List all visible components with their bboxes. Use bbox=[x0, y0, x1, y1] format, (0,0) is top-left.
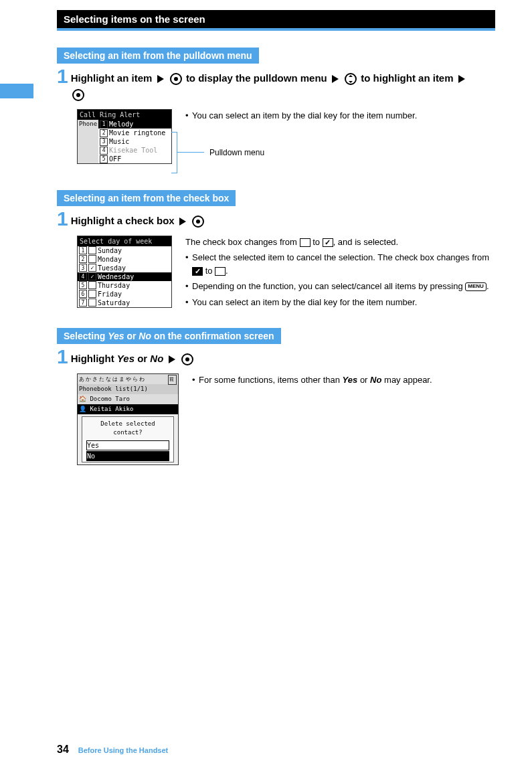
checkbox-screenshot: Select day of week 1Sunday 2Monday 3Tues… bbox=[77, 236, 172, 308]
step3-instruction: Highlight Yes or No bbox=[71, 351, 495, 367]
center-button-icon bbox=[192, 216, 204, 228]
sec3-bullet: For some functions, items other than Yes… bbox=[192, 373, 495, 387]
arrow-icon bbox=[169, 355, 175, 363]
page-footer: 34 Before Using the Handset bbox=[57, 744, 168, 756]
nav-button-icon bbox=[345, 73, 357, 85]
confirm-screenshot: あかさたなはまやらわ前 Phonebook list(1/1) 🏠 Docomo… bbox=[77, 373, 179, 465]
step-number: 1 bbox=[57, 347, 68, 367]
sec2-bullet: Select the selected item to cancel the s… bbox=[185, 251, 495, 277]
sec2-text: The check box changes from to , and is s… bbox=[185, 236, 495, 249]
section3-head: Selecting Yes or No on the confirmation … bbox=[57, 328, 281, 344]
center-button-icon bbox=[170, 73, 182, 85]
arrow-icon bbox=[332, 75, 339, 83]
section2-head: Selecting an item from the check box bbox=[57, 190, 236, 206]
arrow-icon bbox=[157, 75, 164, 83]
sec2-bullet: Depending on the function, you can selec… bbox=[185, 280, 495, 293]
step1-instruction: Highlight an item to display the pulldow… bbox=[71, 70, 495, 102]
step2-instruction: Highlight a check box bbox=[71, 213, 495, 229]
pulldown-screenshot: Call Ring Alert Phone 1Melody 2Movie rin… bbox=[77, 109, 172, 164]
center-button-icon bbox=[181, 353, 193, 365]
menu-key-icon: MENU bbox=[465, 282, 486, 291]
center-button-icon bbox=[72, 89, 84, 101]
step-number: 1 bbox=[57, 209, 68, 229]
arrow-icon bbox=[179, 218, 186, 226]
chapter-name: Before Using the Handset bbox=[78, 746, 168, 754]
page-number: 34 bbox=[57, 744, 69, 756]
step-number: 1 bbox=[57, 66, 68, 86]
side-tab bbox=[0, 84, 33, 98]
sec2-bullet: You can select an item by the dial key f… bbox=[185, 296, 495, 309]
arrow-icon bbox=[458, 75, 465, 83]
checkbox-checked-icon bbox=[323, 238, 333, 247]
main-title: Selecting items on the screen bbox=[57, 10, 495, 31]
checkbox-checked-icon bbox=[192, 267, 203, 276]
checkbox-empty-icon bbox=[300, 238, 311, 247]
sec1-bullet: You can select an item by the dial key f… bbox=[185, 109, 495, 122]
section1-head: Selecting an item from the pulldown menu bbox=[57, 48, 259, 64]
pulldown-label: Pulldown menu bbox=[209, 148, 264, 157]
checkbox-empty-icon bbox=[215, 267, 226, 276]
